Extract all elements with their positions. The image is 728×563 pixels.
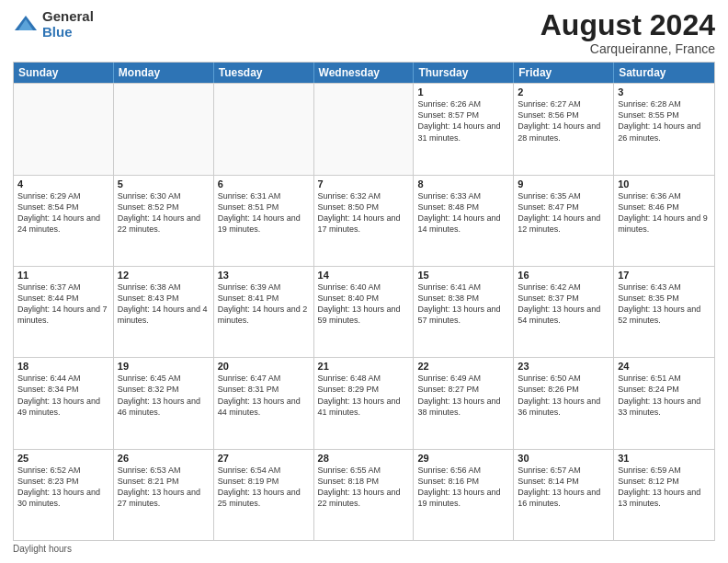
day-info: Sunrise: 6:49 AM Sunset: 8:27 PM Dayligh… (417, 373, 509, 418)
day-info: Sunrise: 6:54 AM Sunset: 8:19 PM Dayligh… (218, 465, 310, 510)
cal-header-cell-monday: Monday (114, 63, 214, 83)
cal-cell: 22Sunrise: 6:49 AM Sunset: 8:27 PM Dayli… (414, 358, 514, 448)
calendar: SundayMondayTuesdayWednesdayThursdayFrid… (13, 62, 715, 541)
cal-cell: 4Sunrise: 6:29 AM Sunset: 8:54 PM Daylig… (14, 176, 114, 266)
logo: General Blue (13, 9, 94, 40)
day-number: 3 (618, 86, 711, 98)
calendar-header-row: SundayMondayTuesdayWednesdayThursdayFrid… (14, 63, 714, 83)
cal-cell: 15Sunrise: 6:41 AM Sunset: 8:38 PM Dayli… (414, 267, 514, 357)
day-number: 20 (218, 361, 310, 372)
day-info: Sunrise: 6:43 AM Sunset: 8:35 PM Dayligh… (618, 282, 711, 327)
cal-cell: 26Sunrise: 6:53 AM Sunset: 8:21 PM Dayli… (114, 450, 214, 540)
day-number: 23 (518, 361, 609, 372)
day-number: 12 (118, 270, 210, 281)
day-info: Sunrise: 6:37 AM Sunset: 8:44 PM Dayligh… (17, 282, 109, 327)
day-number: 2 (518, 86, 609, 98)
cal-cell: 5Sunrise: 6:30 AM Sunset: 8:52 PM Daylig… (114, 176, 214, 266)
day-number: 1 (417, 86, 509, 98)
day-number: 17 (618, 270, 711, 281)
day-number: 15 (417, 270, 509, 281)
cal-cell: 9Sunrise: 6:35 AM Sunset: 8:47 PM Daylig… (514, 176, 614, 266)
cal-cell: 21Sunrise: 6:48 AM Sunset: 8:29 PM Dayli… (314, 358, 415, 448)
day-number: 29 (417, 453, 509, 464)
cal-cell: 27Sunrise: 6:54 AM Sunset: 8:19 PM Dayli… (214, 450, 314, 540)
day-info: Sunrise: 6:41 AM Sunset: 8:38 PM Dayligh… (417, 282, 509, 327)
cal-cell: 23Sunrise: 6:50 AM Sunset: 8:26 PM Dayli… (514, 358, 614, 448)
cal-cell: 24Sunrise: 6:51 AM Sunset: 8:24 PM Dayli… (614, 358, 714, 448)
cal-cell: 6Sunrise: 6:31 AM Sunset: 8:51 PM Daylig… (214, 176, 314, 266)
day-info: Sunrise: 6:48 AM Sunset: 8:29 PM Dayligh… (318, 373, 410, 418)
day-number: 8 (417, 178, 509, 190)
day-info: Sunrise: 6:31 AM Sunset: 8:51 PM Dayligh… (218, 190, 310, 236)
day-info: Sunrise: 6:52 AM Sunset: 8:23 PM Dayligh… (17, 465, 109, 510)
cal-header-cell-wednesday: Wednesday (314, 63, 415, 83)
cal-cell (314, 84, 415, 174)
day-number: 9 (518, 178, 609, 190)
day-info: Sunrise: 6:40 AM Sunset: 8:40 PM Dayligh… (318, 282, 410, 327)
cal-row-0: 1Sunrise: 6:26 AM Sunset: 8:57 PM Daylig… (14, 83, 714, 174)
cal-cell: 20Sunrise: 6:47 AM Sunset: 8:31 PM Dayli… (214, 358, 314, 448)
day-number: 5 (118, 178, 210, 190)
day-info: Sunrise: 6:36 AM Sunset: 8:46 PM Dayligh… (618, 190, 711, 236)
day-info: Sunrise: 6:50 AM Sunset: 8:26 PM Dayligh… (518, 373, 609, 418)
day-info: Sunrise: 6:51 AM Sunset: 8:24 PM Dayligh… (618, 373, 711, 418)
day-info: Sunrise: 6:56 AM Sunset: 8:16 PM Dayligh… (417, 465, 509, 510)
day-number: 22 (417, 361, 509, 372)
day-info: Sunrise: 6:42 AM Sunset: 8:37 PM Dayligh… (518, 282, 609, 327)
calendar-body: 1Sunrise: 6:26 AM Sunset: 8:57 PM Daylig… (14, 83, 714, 540)
cal-cell: 14Sunrise: 6:40 AM Sunset: 8:40 PM Dayli… (314, 267, 415, 357)
cal-cell: 28Sunrise: 6:55 AM Sunset: 8:18 PM Dayli… (314, 450, 415, 540)
day-info: Sunrise: 6:38 AM Sunset: 8:43 PM Dayligh… (118, 282, 210, 327)
cal-cell: 19Sunrise: 6:45 AM Sunset: 8:32 PM Dayli… (114, 358, 214, 448)
logo-general: General (42, 9, 94, 25)
page: General Blue August 2024 Carqueiranne, F… (0, 0, 728, 563)
cal-cell: 8Sunrise: 6:33 AM Sunset: 8:48 PM Daylig… (414, 176, 514, 266)
day-info: Sunrise: 6:27 AM Sunset: 8:56 PM Dayligh… (518, 98, 609, 144)
cal-cell: 7Sunrise: 6:32 AM Sunset: 8:50 PM Daylig… (314, 176, 415, 266)
day-number: 7 (318, 178, 410, 190)
day-info: Sunrise: 6:59 AM Sunset: 8:12 PM Dayligh… (618, 465, 711, 510)
day-number: 26 (118, 453, 210, 464)
day-info: Sunrise: 6:32 AM Sunset: 8:50 PM Dayligh… (318, 190, 410, 236)
cal-cell: 13Sunrise: 6:39 AM Sunset: 8:41 PM Dayli… (214, 267, 314, 357)
cal-cell: 29Sunrise: 6:56 AM Sunset: 8:16 PM Dayli… (414, 450, 514, 540)
cal-row-3: 18Sunrise: 6:44 AM Sunset: 8:34 PM Dayli… (14, 357, 714, 448)
cal-cell: 16Sunrise: 6:42 AM Sunset: 8:37 PM Dayli… (514, 267, 614, 357)
day-number: 24 (618, 361, 711, 372)
cal-cell (214, 84, 314, 174)
cal-cell: 12Sunrise: 6:38 AM Sunset: 8:43 PM Dayli… (114, 267, 214, 357)
header: General Blue August 2024 Carqueiranne, F… (13, 9, 715, 56)
day-info: Sunrise: 6:47 AM Sunset: 8:31 PM Dayligh… (218, 373, 310, 418)
day-info: Sunrise: 6:26 AM Sunset: 8:57 PM Dayligh… (417, 98, 509, 144)
cal-row-4: 25Sunrise: 6:52 AM Sunset: 8:23 PM Dayli… (14, 449, 714, 540)
cal-cell: 2Sunrise: 6:27 AM Sunset: 8:56 PM Daylig… (514, 84, 614, 174)
day-info: Sunrise: 6:35 AM Sunset: 8:47 PM Dayligh… (518, 190, 609, 236)
cal-header-cell-friday: Friday (514, 63, 614, 83)
day-info: Sunrise: 6:39 AM Sunset: 8:41 PM Dayligh… (218, 282, 310, 327)
logo-text: General Blue (42, 9, 94, 40)
day-number: 21 (318, 361, 410, 372)
cal-cell: 31Sunrise: 6:59 AM Sunset: 8:12 PM Dayli… (614, 450, 714, 540)
day-number: 16 (518, 270, 609, 281)
title-block: August 2024 Carqueiranne, France (540, 9, 715, 56)
cal-cell: 18Sunrise: 6:44 AM Sunset: 8:34 PM Dayli… (14, 358, 114, 448)
cal-cell: 10Sunrise: 6:36 AM Sunset: 8:46 PM Dayli… (614, 176, 714, 266)
day-info: Sunrise: 6:44 AM Sunset: 8:34 PM Dayligh… (17, 373, 109, 418)
cal-cell: 25Sunrise: 6:52 AM Sunset: 8:23 PM Dayli… (14, 450, 114, 540)
day-number: 6 (218, 178, 310, 190)
day-number: 18 (17, 361, 109, 372)
day-info: Sunrise: 6:55 AM Sunset: 8:18 PM Dayligh… (318, 465, 410, 510)
day-number: 27 (218, 453, 310, 464)
cal-header-cell-tuesday: Tuesday (214, 63, 314, 83)
logo-blue: Blue (42, 25, 94, 40)
day-info: Sunrise: 6:57 AM Sunset: 8:14 PM Dayligh… (518, 465, 609, 510)
month-title: August 2024 (540, 9, 715, 41)
cal-cell: 17Sunrise: 6:43 AM Sunset: 8:35 PM Dayli… (614, 267, 714, 357)
day-number: 13 (218, 270, 310, 281)
day-number: 25 (17, 453, 109, 464)
cal-header-cell-sunday: Sunday (14, 63, 114, 83)
cal-cell: 30Sunrise: 6:57 AM Sunset: 8:14 PM Dayli… (514, 450, 614, 540)
day-number: 28 (318, 453, 410, 464)
subtitle: Carqueiranne, France (540, 41, 715, 56)
cal-cell: 11Sunrise: 6:37 AM Sunset: 8:44 PM Dayli… (14, 267, 114, 357)
